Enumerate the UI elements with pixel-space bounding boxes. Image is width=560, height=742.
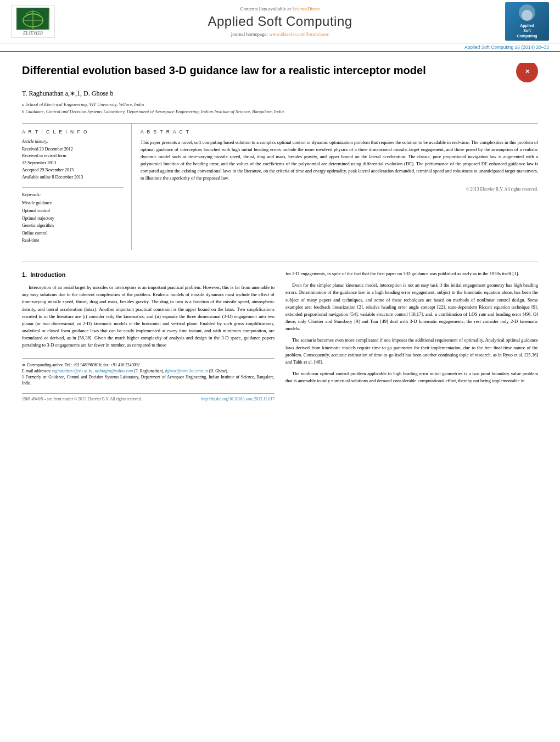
article-info-grid: A R T I C L E I N F O Article history: R… [22,123,538,250]
kw2: Optimal control [22,207,124,215]
received-revised-date: 12 September 2013 [22,160,124,167]
journal-title: Applied Soft Computing [66,14,494,29]
email1-link[interactable]: raghunathan.t@vit.ac.in [52,369,92,373]
right-para4: The nonlinear optimal control problem ap… [285,370,538,384]
journal-logo-box: AppliedSoftComputing [505,2,549,41]
journal-logo-circle [519,4,535,21]
history-label: Article history: [22,139,124,144]
footer-doi[interactable]: http://dx.doi.org/10.1016/j.asoc.2013.11… [201,397,275,401]
page-footer: 1568-4946/$ – see front matter © 2013 El… [22,393,275,403]
email3-link[interactable]: dghose@aero.iisc.ernet.in [165,369,208,373]
copyright-text: © 2013 Elsevier B.V. All rights reserved… [141,187,538,192]
abstract-col: A B S T R A C T This paper presents a no… [132,124,538,250]
kw6: Real-time [22,237,124,244]
volume-bar: Applied Soft Computing 16 (2014) 20–33 [0,43,560,52]
received-1: Received 20 December 2012 [22,146,124,153]
homepage-anchor[interactable]: www.elsevier.com/locate/asoc [269,31,329,37]
intro-title: 1. Introduction [22,270,275,280]
received-revised-label: Received in revised form [22,153,124,160]
kw4: Genetic algorithm [22,222,124,230]
sciencedirect-anchor[interactable]: ScienceDirect [292,6,320,12]
journal-header: ELSEVIER Contents lists available at Sci… [0,0,560,43]
footnote-corresponding: ∗ Corresponding author. Tel.: +91 948996… [22,362,275,368]
sciencedirect-link: Contents lists available at ScienceDirec… [66,6,494,12]
article-title-area: ✕ Differential evolution based 3-D guida… [22,63,538,84]
body-right-col: for 2-D engagements, in spite of the fac… [285,270,538,402]
accepted: Accepted 29 November 2013 [22,167,124,174]
homepage-link: journal homepage: www.elsevier.com/locat… [66,31,494,37]
keywords-section: Keywords: Missile guidance Optimal contr… [22,192,124,244]
available-online: Available online 8 December 2013 [22,174,124,181]
affiliations: a School of Electrical Engineering, VIT … [22,101,538,115]
footnote-formerly: 1 Formerly at: Guidance, Control and Dec… [22,374,275,387]
keywords-label: Keywords: [22,192,124,197]
body-columns: 1. Introduction Interception of an aeria… [22,270,538,402]
authors: T. Raghunathan a,∗,1, D. Ghose b [22,90,538,98]
article-info-header: A R T I C L E I N F O [22,129,124,135]
abstract-text: This paper presents a novel, soft comput… [141,139,538,182]
elsevier-logo: ELSEVIER [11,5,55,38]
main-content: ✕ Differential evolution based 3-D guida… [0,52,560,413]
elsevier-label: ELSEVIER [23,31,43,36]
kw5: Online control [22,230,124,237]
journal-center: Contents lists available at ScienceDirec… [55,6,505,37]
crossmark: ✕ [516,63,538,82]
article-info-col: A R T I C L E I N F O Article history: R… [22,124,132,250]
article-title: Differential evolution based 3-D guidanc… [22,63,538,77]
crossmark-icon: ✕ [516,63,538,82]
right-para3: The scenario becomes even more complicat… [285,337,538,366]
abstract-header: A B S T R A C T [141,129,538,135]
email2-link[interactable]: nathraghu@yahoo.com [95,369,133,373]
kw1: Missile guidance [22,199,124,207]
body-divider [22,261,538,261]
article-history: Article history: Received 20 December 20… [22,139,124,181]
intro-para1: Interception of an aerial target by miss… [22,284,275,349]
footnote-email: E-mail addresses: raghunathan.t@vit.ac.i… [22,368,275,374]
right-para1: for 2-D engagements, in spite of the fac… [285,270,538,277]
kw3: Optimal trajectory [22,215,124,222]
footer-issn: 1568-4946/$ – see front matter © 2013 El… [22,396,142,403]
body-left-col: 1. Introduction Interception of an aeria… [22,270,275,402]
footnotes: ∗ Corresponding author. Tel.: +91 948996… [22,358,275,387]
right-para2: Even for the simpler planar kinematic mo… [285,282,538,332]
journal-logo-text: AppliedSoftComputing [517,23,537,38]
elsevier-logo-graphic [16,8,49,30]
